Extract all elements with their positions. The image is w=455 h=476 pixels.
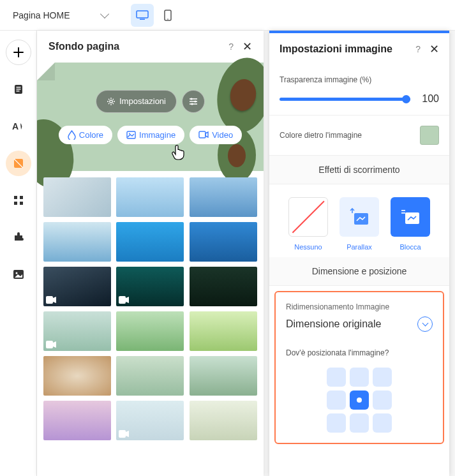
svg-rect-11 <box>20 196 23 199</box>
video-tab[interactable]: Video <box>190 126 242 144</box>
chevron-down-icon <box>417 316 433 332</box>
design-button[interactable]: A <box>6 114 31 139</box>
position-label: Dov'è posizionata l'immagine? <box>286 348 433 357</box>
position-bottom-right[interactable] <box>373 413 392 433</box>
svg-point-21 <box>129 133 130 134</box>
position-bottom-left[interactable] <box>327 413 346 433</box>
thumbnail[interactable] <box>190 222 257 262</box>
svg-rect-5 <box>16 87 20 87</box>
thumbnail[interactable] <box>43 267 111 306</box>
background-panel-title: Sfondo pagina <box>48 41 119 52</box>
position-middle-left[interactable] <box>327 390 346 410</box>
thumbnail[interactable] <box>43 356 111 396</box>
thumbnail[interactable] <box>116 356 184 396</box>
position-top-left[interactable] <box>327 368 346 387</box>
svg-rect-10 <box>14 196 17 199</box>
page-selector[interactable]: Pagina HOME <box>8 6 113 24</box>
svg-rect-29 <box>401 210 405 211</box>
thumbnail[interactable] <box>116 222 184 262</box>
position-bottom-center[interactable] <box>350 413 369 433</box>
transparency-label: Trasparenza immagine (%) <box>280 75 439 84</box>
background-type-tabs: Colore Immagine Video <box>59 126 242 144</box>
position-center[interactable] <box>350 390 369 410</box>
svg-rect-26 <box>119 430 126 438</box>
thumbnail[interactable] <box>116 311 184 351</box>
scroll-option-block[interactable]: Blocca <box>388 197 433 251</box>
svg-rect-23 <box>46 296 53 304</box>
scroll-effects-title: Effetti di scorrimento <box>269 156 449 184</box>
thumbnail[interactable] <box>116 401 184 440</box>
thumbnail[interactable] <box>43 222 111 262</box>
image-tab[interactable]: Immagine <box>117 126 184 144</box>
media-button[interactable] <box>6 262 31 287</box>
help-icon[interactable]: ? <box>228 41 234 52</box>
background-panel: Sfondo pagina ? ✕ Impostazioni Colore <box>37 31 264 476</box>
background-button[interactable] <box>6 151 31 176</box>
settings-panel-title: Impostazioni immagine <box>280 43 392 55</box>
image-settings-panel: Impostazioni immagine ? ✕ Trasparenza im… <box>269 31 449 476</box>
drop-icon <box>68 130 76 140</box>
color-behind-label: Colore dietro l'immagine <box>280 131 362 140</box>
svg-point-17 <box>190 98 192 100</box>
size-position-section: Ridimensionamento Immagine Dimensione or… <box>274 291 444 444</box>
svg-rect-24 <box>119 296 126 304</box>
size-position-title: Dimensione e posizione <box>269 257 449 286</box>
svg-rect-12 <box>14 202 17 205</box>
top-bar: Pagina HOME <box>0 0 455 31</box>
svg-rect-22 <box>199 131 205 138</box>
background-panel-header: Sfondo pagina ? ✕ <box>37 31 264 63</box>
thumbnail[interactable] <box>190 311 257 351</box>
close-icon[interactable]: ✕ <box>242 40 252 54</box>
transparency-section: Trasparenza immagine (%) 100 <box>269 65 449 115</box>
position-top-center[interactable] <box>350 368 369 387</box>
svg-rect-6 <box>16 89 20 89</box>
svg-rect-7 <box>16 91 19 91</box>
svg-rect-1 <box>140 19 145 20</box>
close-icon[interactable]: ✕ <box>429 42 439 56</box>
svg-rect-25 <box>46 341 53 348</box>
color-behind-swatch[interactable] <box>420 126 439 145</box>
svg-rect-0 <box>137 11 148 18</box>
scroll-option-parallax[interactable]: Parallax <box>337 197 382 251</box>
apps-button[interactable] <box>6 188 31 213</box>
svg-rect-13 <box>20 202 23 205</box>
svg-rect-30 <box>401 212 405 214</box>
pages-button[interactable] <box>6 77 31 102</box>
cursor-hand-icon <box>171 144 186 161</box>
thumbnail[interactable] <box>43 311 111 351</box>
settings-button-label: Impostazioni <box>119 96 166 106</box>
addons-button[interactable] <box>6 225 31 250</box>
svg-text:A: A <box>12 121 19 131</box>
help-icon[interactable]: ? <box>415 44 421 54</box>
resize-dropdown[interactable]: Dimensione originale <box>286 316 433 332</box>
position-top-right[interactable] <box>373 368 392 387</box>
thumbnail[interactable] <box>116 177 184 217</box>
mobile-device-button[interactable] <box>156 4 179 27</box>
thumbnail[interactable] <box>190 401 257 440</box>
add-button[interactable] <box>6 40 31 65</box>
color-tab[interactable]: Colore <box>59 126 112 144</box>
scroll-option-none[interactable]: Nessuno <box>286 197 331 251</box>
device-toggle <box>131 4 179 27</box>
page-name: Pagina HOME <box>13 10 70 20</box>
left-sidebar: A <box>0 31 37 476</box>
thumbnail[interactable] <box>190 356 257 396</box>
thumbnail[interactable] <box>43 177 111 217</box>
resize-value: Dimensione originale <box>286 318 381 330</box>
transparency-slider[interactable] <box>280 98 410 101</box>
svg-point-19 <box>191 103 193 105</box>
thumbnail[interactable] <box>190 267 257 306</box>
thumbnail[interactable] <box>43 401 111 440</box>
desktop-device-button[interactable] <box>131 4 154 27</box>
thumbnail[interactable] <box>116 267 184 306</box>
position-middle-right[interactable] <box>373 390 392 410</box>
settings-button[interactable]: Impostazioni <box>96 90 177 113</box>
video-badge-icon <box>46 341 56 348</box>
thumbnail[interactable] <box>190 177 257 217</box>
adjust-button[interactable] <box>182 90 205 113</box>
gear-icon <box>107 97 116 106</box>
video-badge-icon <box>119 430 129 438</box>
svg-point-3 <box>168 19 169 20</box>
thumbnail-grid <box>37 171 264 447</box>
transparency-value: 100 <box>422 93 439 105</box>
